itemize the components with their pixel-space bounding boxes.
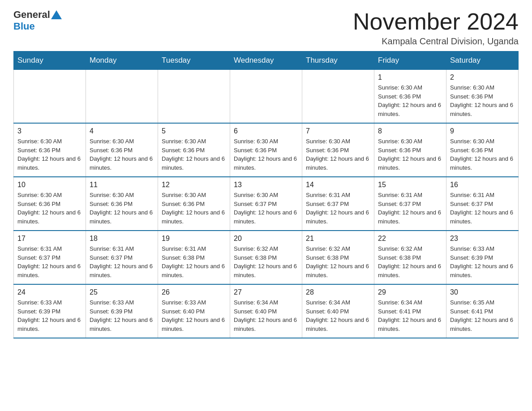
calendar-week-row: 17Sunrise: 6:31 AMSunset: 6:37 PMDayligh… (14, 231, 519, 284)
location-title: Kampala Central Division, Uganda (353, 36, 519, 47)
day-number: 19 (162, 235, 226, 243)
calendar-cell: 11Sunrise: 6:30 AMSunset: 6:36 PMDayligh… (86, 177, 158, 231)
day-info: Sunrise: 6:30 AMSunset: 6:36 PMDaylight:… (17, 191, 82, 226)
day-info: Sunrise: 6:31 AMSunset: 6:37 PMDaylight:… (450, 191, 515, 226)
calendar-cell: 3Sunrise: 6:30 AMSunset: 6:36 PMDaylight… (14, 123, 86, 177)
day-info: Sunrise: 6:31 AMSunset: 6:37 PMDaylight:… (90, 244, 154, 279)
day-info: Sunrise: 6:30 AMSunset: 6:36 PMDaylight:… (450, 83, 515, 118)
day-number: 20 (234, 235, 298, 243)
day-info: Sunrise: 6:33 AMSunset: 6:39 PMDaylight:… (90, 298, 154, 333)
day-number: 12 (162, 181, 226, 189)
weekday-header-tuesday: Tuesday (158, 51, 230, 70)
day-number: 7 (306, 127, 370, 135)
calendar-week-row: 10Sunrise: 6:30 AMSunset: 6:36 PMDayligh… (14, 177, 519, 231)
weekday-header-wednesday: Wednesday (230, 51, 302, 70)
day-number: 21 (306, 235, 370, 243)
day-number: 10 (17, 181, 82, 189)
day-info: Sunrise: 6:31 AMSunset: 6:37 PMDaylight:… (378, 191, 442, 226)
logo-triangle-icon (51, 10, 62, 19)
day-info: Sunrise: 6:30 AMSunset: 6:36 PMDaylight:… (162, 191, 226, 226)
calendar-cell (14, 70, 86, 124)
day-info: Sunrise: 6:30 AMSunset: 6:36 PMDaylight:… (378, 137, 442, 172)
calendar-cell: 30Sunrise: 6:35 AMSunset: 6:41 PMDayligh… (446, 284, 519, 338)
calendar-cell: 20Sunrise: 6:32 AMSunset: 6:38 PMDayligh… (230, 231, 302, 284)
day-number: 1 (378, 73, 442, 81)
day-info: Sunrise: 6:32 AMSunset: 6:38 PMDaylight:… (234, 244, 298, 279)
calendar-header-row: SundayMondayTuesdayWednesdayThursdayFrid… (14, 51, 519, 70)
month-title: November 2024 (353, 9, 519, 34)
day-info: Sunrise: 6:33 AMSunset: 6:39 PMDaylight:… (17, 298, 82, 333)
day-number: 16 (450, 181, 515, 189)
calendar-cell: 21Sunrise: 6:32 AMSunset: 6:38 PMDayligh… (302, 231, 374, 284)
calendar-cell: 2Sunrise: 6:30 AMSunset: 6:36 PMDaylight… (446, 70, 519, 124)
calendar-cell (158, 70, 230, 124)
calendar-cell: 18Sunrise: 6:31 AMSunset: 6:37 PMDayligh… (86, 231, 158, 284)
day-info: Sunrise: 6:30 AMSunset: 6:36 PMDaylight:… (234, 137, 298, 172)
day-info: Sunrise: 6:35 AMSunset: 6:41 PMDaylight:… (450, 298, 515, 333)
day-number: 8 (378, 127, 442, 135)
day-info: Sunrise: 6:34 AMSunset: 6:41 PMDaylight:… (378, 298, 442, 333)
day-info: Sunrise: 6:30 AMSunset: 6:36 PMDaylight:… (162, 137, 226, 172)
day-number: 23 (450, 235, 515, 243)
calendar-cell: 4Sunrise: 6:30 AMSunset: 6:36 PMDaylight… (86, 123, 158, 177)
calendar-cell (86, 70, 158, 124)
day-number: 27 (234, 288, 298, 296)
day-info: Sunrise: 6:32 AMSunset: 6:38 PMDaylight:… (378, 244, 442, 279)
day-info: Sunrise: 6:34 AMSunset: 6:40 PMDaylight:… (234, 298, 298, 333)
calendar-cell (302, 70, 374, 124)
day-number: 26 (162, 288, 226, 296)
calendar-cell: 29Sunrise: 6:34 AMSunset: 6:41 PMDayligh… (374, 284, 446, 338)
day-number: 30 (450, 288, 515, 296)
weekday-header-monday: Monday (86, 51, 158, 70)
day-number: 5 (162, 127, 226, 135)
weekday-header-thursday: Thursday (302, 51, 374, 70)
day-info: Sunrise: 6:33 AMSunset: 6:39 PMDaylight:… (450, 244, 515, 279)
calendar-table: SundayMondayTuesdayWednesdayThursdayFrid… (13, 51, 519, 338)
calendar-cell: 1Sunrise: 6:30 AMSunset: 6:36 PMDaylight… (374, 70, 446, 124)
title-section: November 2024 Kampala Central Division, … (353, 9, 519, 47)
day-info: Sunrise: 6:34 AMSunset: 6:40 PMDaylight:… (306, 298, 370, 333)
calendar-cell: 28Sunrise: 6:34 AMSunset: 6:40 PMDayligh… (302, 284, 374, 338)
day-info: Sunrise: 6:31 AMSunset: 6:38 PMDaylight:… (162, 244, 226, 279)
day-number: 18 (90, 235, 154, 243)
weekday-header-sunday: Sunday (14, 51, 86, 70)
day-info: Sunrise: 6:30 AMSunset: 6:36 PMDaylight:… (90, 191, 154, 226)
weekday-header-friday: Friday (374, 51, 446, 70)
day-info: Sunrise: 6:30 AMSunset: 6:36 PMDaylight:… (306, 137, 370, 172)
day-info: Sunrise: 6:31 AMSunset: 6:37 PMDaylight:… (17, 244, 82, 279)
calendar-cell: 26Sunrise: 6:33 AMSunset: 6:40 PMDayligh… (158, 284, 230, 338)
day-number: 2 (450, 73, 515, 81)
page-header: General Blue November 2024 Kampala Centr… (13, 9, 519, 47)
day-number: 25 (90, 288, 154, 296)
calendar-cell: 19Sunrise: 6:31 AMSunset: 6:38 PMDayligh… (158, 231, 230, 284)
calendar-cell: 8Sunrise: 6:30 AMSunset: 6:36 PMDaylight… (374, 123, 446, 177)
calendar-cell: 24Sunrise: 6:33 AMSunset: 6:39 PMDayligh… (14, 284, 86, 338)
logo-blue-text: Blue (13, 21, 35, 32)
day-number: 3 (17, 127, 82, 135)
day-info: Sunrise: 6:32 AMSunset: 6:38 PMDaylight:… (306, 244, 370, 279)
calendar-week-row: 24Sunrise: 6:33 AMSunset: 6:39 PMDayligh… (14, 284, 519, 338)
calendar-cell: 9Sunrise: 6:30 AMSunset: 6:36 PMDaylight… (446, 123, 519, 177)
day-info: Sunrise: 6:30 AMSunset: 6:36 PMDaylight:… (17, 137, 82, 172)
calendar-cell: 10Sunrise: 6:30 AMSunset: 6:36 PMDayligh… (14, 177, 86, 231)
logo-general-text: General (13, 9, 50, 21)
calendar-cell: 13Sunrise: 6:30 AMSunset: 6:37 PMDayligh… (230, 177, 302, 231)
day-number: 22 (378, 235, 442, 243)
calendar-cell: 27Sunrise: 6:34 AMSunset: 6:40 PMDayligh… (230, 284, 302, 338)
day-number: 29 (378, 288, 442, 296)
day-number: 4 (90, 127, 154, 135)
logo: General Blue (13, 9, 63, 32)
day-number: 24 (17, 288, 82, 296)
calendar-cell: 17Sunrise: 6:31 AMSunset: 6:37 PMDayligh… (14, 231, 86, 284)
calendar-cell: 25Sunrise: 6:33 AMSunset: 6:39 PMDayligh… (86, 284, 158, 338)
calendar-cell: 14Sunrise: 6:31 AMSunset: 6:37 PMDayligh… (302, 177, 374, 231)
calendar-cell: 12Sunrise: 6:30 AMSunset: 6:36 PMDayligh… (158, 177, 230, 231)
day-number: 11 (90, 181, 154, 189)
day-info: Sunrise: 6:30 AMSunset: 6:36 PMDaylight:… (450, 137, 515, 172)
calendar-cell (230, 70, 302, 124)
day-number: 15 (378, 181, 442, 189)
calendar-cell: 16Sunrise: 6:31 AMSunset: 6:37 PMDayligh… (446, 177, 519, 231)
calendar-cell: 6Sunrise: 6:30 AMSunset: 6:36 PMDaylight… (230, 123, 302, 177)
calendar-cell: 15Sunrise: 6:31 AMSunset: 6:37 PMDayligh… (374, 177, 446, 231)
calendar-week-row: 3Sunrise: 6:30 AMSunset: 6:36 PMDaylight… (14, 123, 519, 177)
